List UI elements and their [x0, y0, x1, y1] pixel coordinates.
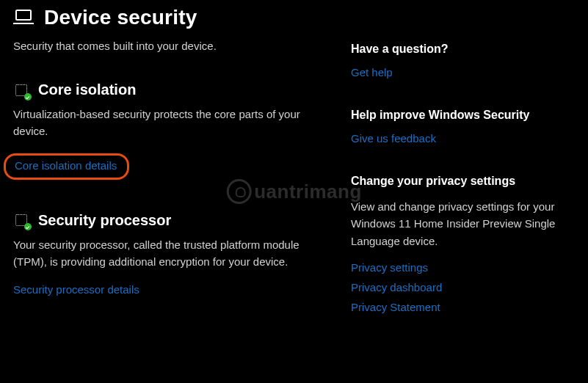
give-feedback-link[interactable]: Give us feedback	[351, 132, 436, 145]
privacy-section: Change your privacy settings View and ch…	[351, 175, 575, 313]
privacy-desc: View and change privacy settings for you…	[351, 198, 575, 249]
security-processor-title: Security processor	[38, 212, 171, 229]
privacy-heading: Change your privacy settings	[351, 175, 575, 188]
security-processor-section: Security processor Your security process…	[13, 212, 330, 297]
question-section: Have a question? Get help	[351, 43, 575, 79]
question-heading: Have a question?	[351, 43, 575, 56]
privacy-settings-link[interactable]: Privacy settings	[351, 261, 575, 274]
core-isolation-desc: Virtualization-based security protects t…	[13, 106, 330, 140]
laptop-icon	[13, 10, 34, 26]
security-processor-details-link[interactable]: Security processor details	[13, 283, 139, 296]
security-processor-desc: Your security processor, called the trus…	[13, 236, 330, 271]
core-isolation-section: Core isolation Virtualization-based secu…	[13, 81, 330, 180]
core-isolation-details-link[interactable]: Core isolation details	[15, 159, 117, 172]
highlight-ring: Core isolation details	[4, 153, 129, 180]
core-isolation-title: Core isolation	[38, 81, 136, 98]
chip-icon	[13, 82, 29, 98]
page-subtitle: Security that comes built into your devi…	[13, 40, 330, 52]
improve-heading: Help improve Windows Security	[351, 109, 575, 122]
chip-icon	[13, 212, 29, 228]
page-header: Device security	[13, 0, 330, 29]
improve-section: Help improve Windows Security Give us fe…	[351, 109, 575, 145]
privacy-statement-link[interactable]: Privacy Statement	[351, 301, 575, 313]
get-help-link[interactable]: Get help	[351, 66, 393, 79]
page-title: Device security	[44, 6, 197, 29]
privacy-dashboard-link[interactable]: Privacy dashboard	[351, 281, 575, 293]
